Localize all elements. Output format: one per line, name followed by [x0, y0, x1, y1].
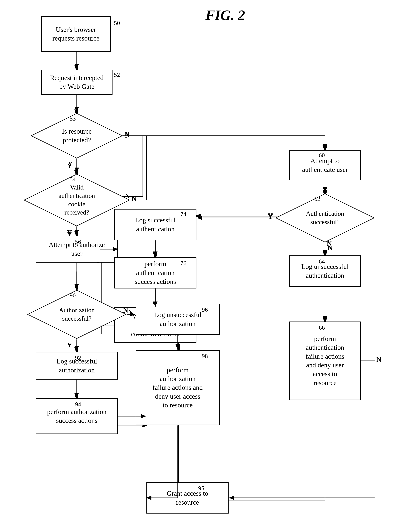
node-50-label: User's browser requests resource: [52, 25, 99, 43]
n-label-53-right: N: [124, 130, 129, 138]
node-74-label: Log successful authentication: [135, 216, 176, 233]
node-66: perform authentication failure actions a…: [289, 321, 361, 400]
node-74-tag: 74: [180, 211, 186, 218]
node-92-tag: 92: [75, 355, 81, 361]
node-90: Authorization successful?: [27, 289, 127, 339]
node-94-label: perform authorization success actions: [47, 408, 106, 425]
node-66-tag: 66: [319, 324, 325, 331]
y-label-62-left: Y: [268, 212, 273, 221]
node-95-tag: 95: [198, 485, 204, 492]
node-62-label: Authentication successful?: [285, 210, 365, 226]
n-label-90-right: N: [128, 308, 133, 316]
node-53-tag: 53: [70, 115, 76, 122]
y-label-54-down: Y: [67, 229, 72, 237]
node-53-label: Is resource protected?: [40, 127, 114, 145]
node-96-tag: 96: [202, 306, 208, 313]
diagram-title: FIG. 2: [205, 7, 245, 23]
node-50-tag: 50: [114, 20, 120, 26]
node-96-label: Log unsuccessful authorization: [154, 311, 202, 328]
node-60: Attempt to authenticate user: [289, 150, 361, 180]
node-54-label: Valid authentication cookie received?: [34, 183, 120, 217]
n-label-54-right: N: [132, 195, 137, 203]
node-64: Log unsuccessful authentication: [289, 255, 361, 287]
n-label-66-right: N: [376, 355, 381, 363]
n-label-62-down: N: [328, 244, 332, 252]
node-98-label: perform authorization failure actions an…: [153, 366, 203, 410]
node-76-tag: 76: [180, 260, 186, 267]
node-62: Authentication successful?: [275, 193, 375, 243]
n-label-54: N: [125, 192, 130, 200]
node-52: Request intercepted by Web Gate: [41, 70, 113, 95]
n-label-90: N: [123, 306, 128, 314]
node-76-label: perform authentication success actions: [135, 260, 176, 286]
node-54-tag: 54: [70, 176, 76, 183]
node-60-tag: 60: [319, 152, 325, 159]
node-62-tag: 62: [314, 196, 320, 202]
y-label-90-down: Y: [67, 341, 72, 349]
node-56-tag: 56: [75, 238, 81, 245]
node-98-tag: 98: [202, 353, 208, 360]
node-52-tag: 52: [114, 72, 120, 78]
y-label-53-down: Y: [67, 162, 72, 170]
node-66-label: perform authentication failure actions a…: [306, 334, 344, 387]
node-60-label: Attempt to authenticate user: [302, 156, 348, 174]
node-98: perform authorization failure actions an…: [136, 350, 220, 425]
node-53: Is resource protected?: [30, 113, 123, 159]
node-64-label: Log unsuccessful authentication: [301, 262, 349, 280]
node-94-tag: 94: [75, 401, 81, 408]
node-52-label: Request intercepted by Web Gate: [50, 74, 104, 91]
node-90-label: Authorization successful?: [37, 306, 117, 323]
node-50: User's browser requests resource: [41, 16, 111, 52]
node-95: Grant access to resource: [146, 482, 229, 514]
node-64-tag: 64: [319, 258, 325, 265]
node-90-tag: 90: [70, 292, 76, 299]
